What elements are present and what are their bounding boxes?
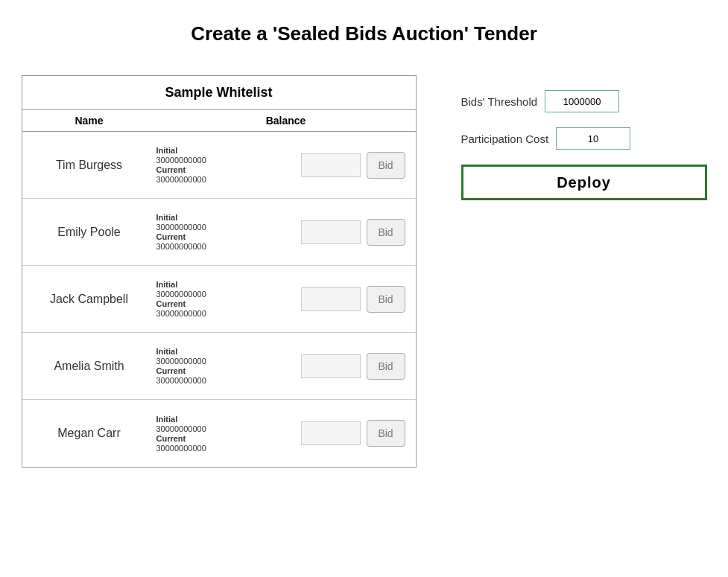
bid-button-3[interactable]: Bid — [367, 353, 405, 380]
current-label: Current — [156, 299, 301, 308]
table-row: Megan Carr Initial 30000000000 Current 3… — [22, 400, 416, 467]
row-balance-info: Initial 30000000000 Current 30000000000 — [156, 415, 301, 453]
bids-threshold-label: Bids' Threshold — [461, 95, 538, 108]
current-value: 30000000000 — [156, 376, 301, 385]
bid-input-0[interactable] — [301, 153, 361, 177]
col-balance-header: Balance — [156, 115, 416, 127]
row-balance-info: Initial 30000000000 Current 30000000000 — [156, 146, 301, 184]
bids-threshold-input[interactable] — [545, 90, 619, 112]
bid-button-1[interactable]: Bid — [367, 219, 405, 246]
row-name: Amelia Smith — [22, 360, 156, 373]
initial-label: Initial — [156, 280, 301, 289]
initial-label: Initial — [156, 146, 301, 155]
column-headers: Name Balance — [22, 110, 416, 132]
initial-value: 30000000000 — [156, 424, 301, 433]
initial-value: 30000000000 — [156, 156, 301, 165]
participation-cost-input[interactable] — [556, 127, 630, 150]
bid-button-0[interactable]: Bid — [367, 152, 405, 179]
page-title: Create a 'Sealed Bids Auction' Tender — [191, 22, 537, 45]
row-balance-info: Initial 30000000000 Current 30000000000 — [156, 347, 301, 385]
row-bid-area: Bid — [301, 420, 416, 447]
participation-cost-label: Participation Cost — [461, 133, 549, 145]
table-row: Tim Burgess Initial 30000000000 Current … — [22, 132, 416, 199]
current-value: 30000000000 — [156, 175, 301, 184]
row-name: Jack Campbell — [22, 293, 156, 306]
bid-button-2[interactable]: Bid — [367, 286, 405, 313]
current-label: Current — [156, 165, 301, 174]
row-balance-info: Initial 30000000000 Current 30000000000 — [156, 213, 301, 251]
row-name: Emily Poole — [22, 226, 156, 239]
table-row: Jack Campbell Initial 30000000000 Curren… — [22, 266, 416, 333]
row-bid-area: Bid — [301, 219, 416, 246]
row-bid-area: Bid — [301, 286, 416, 313]
row-name: Tim Burgess — [22, 159, 156, 172]
participation-cost-row: Participation Cost — [461, 127, 707, 150]
row-balance-info: Initial 30000000000 Current 30000000000 — [156, 280, 301, 318]
current-value: 30000000000 — [156, 444, 301, 453]
table-row: Amelia Smith Initial 30000000000 Current… — [22, 333, 416, 400]
bid-input-2[interactable] — [301, 287, 361, 311]
row-name: Megan Carr — [22, 427, 156, 440]
bids-threshold-row: Bids' Threshold — [461, 90, 707, 112]
initial-value: 30000000000 — [156, 223, 301, 232]
initial-label: Initial — [156, 415, 301, 424]
bid-input-1[interactable] — [301, 220, 361, 244]
whitelist-header: Sample Whitelist — [22, 76, 416, 110]
current-label: Current — [156, 366, 301, 375]
current-value: 30000000000 — [156, 309, 301, 318]
bid-input-3[interactable] — [301, 354, 361, 378]
deploy-button[interactable]: Deploy — [461, 165, 707, 200]
bid-button-4[interactable]: Bid — [367, 420, 405, 447]
initial-value: 30000000000 — [156, 290, 301, 299]
right-panel: Bids' Threshold Participation Cost Deplo… — [461, 90, 707, 200]
initial-label: Initial — [156, 213, 301, 222]
initial-value: 30000000000 — [156, 357, 301, 366]
current-value: 30000000000 — [156, 242, 301, 251]
initial-label: Initial — [156, 347, 301, 356]
bid-input-4[interactable] — [301, 421, 361, 445]
current-label: Current — [156, 434, 301, 443]
row-bid-area: Bid — [301, 152, 416, 179]
col-name-header: Name — [22, 115, 156, 127]
current-label: Current — [156, 232, 301, 241]
table-row: Emily Poole Initial 30000000000 Current … — [22, 199, 416, 266]
main-content: Sample Whitelist Name Balance Tim Burges… — [22, 75, 707, 468]
whitelist-table: Sample Whitelist Name Balance Tim Burges… — [22, 75, 417, 468]
row-bid-area: Bid — [301, 353, 416, 380]
